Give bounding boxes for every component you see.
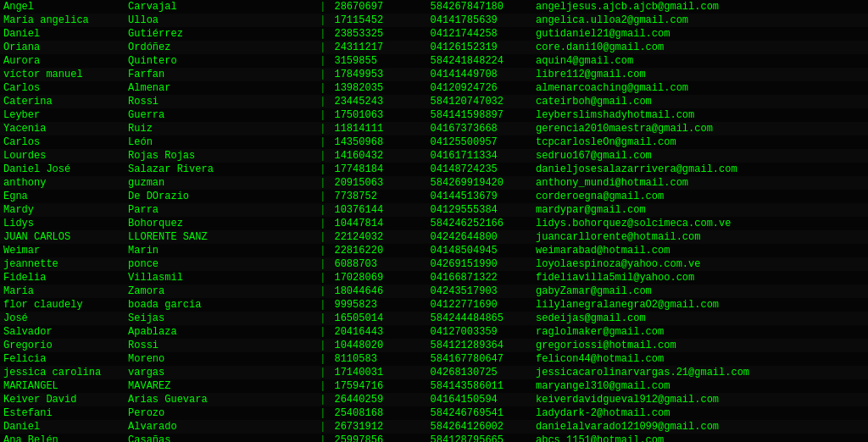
table-cell: 04166871322 [427, 271, 532, 285]
table-cell: 26440259 [331, 393, 426, 406]
table-cell: Leyber [0, 108, 125, 122]
table-cell: 17140031 [331, 366, 426, 379]
table-row: GregorioRossi|10448020584121289364gregor… [0, 339, 868, 352]
table-row: AuroraQuintero|3159855584241848224aquin4… [0, 54, 868, 68]
table-cell: | [316, 339, 331, 352]
table-cell: core.dani10@gmail.com [532, 41, 868, 54]
table-cell: Marin [125, 244, 316, 257]
table-cell: 04167373668 [427, 122, 532, 135]
table-cell: 17748184 [331, 163, 426, 176]
table-cell: 04269151990 [427, 257, 532, 271]
table-cell: danielalvarado121099@gmail.com [532, 420, 868, 434]
table-cell: María [0, 285, 125, 298]
table-cell: sedruo167@gmail.com [532, 149, 868, 163]
table-cell: 04144513679 [427, 190, 532, 203]
table-cell: gabyZamar@gmail.com [532, 285, 868, 298]
table-cell: 04127003359 [427, 325, 532, 339]
table-cell: 04141785639 [427, 14, 532, 27]
table-cell: | [316, 54, 331, 68]
table-cell: MARIANGEL [0, 379, 125, 393]
table-cell: 04129555384 [427, 203, 532, 217]
table-cell: León [125, 135, 316, 149]
table-cell: guzman [125, 176, 316, 190]
table-cell: Felicia [0, 352, 125, 366]
table-cell: Ordóñez [125, 41, 316, 54]
table-cell: 22124032 [331, 230, 426, 244]
table-cell: Carlos [0, 135, 125, 149]
table-cell: | [316, 0, 331, 14]
table-cell: Casañas [125, 434, 316, 442]
table-cell: 18044646 [331, 285, 426, 298]
table-cell: Salvador [0, 325, 125, 339]
table-row: CarlosAlmenar|1398203504120924726almenar… [0, 81, 868, 95]
table-cell: Ana Belén [0, 434, 125, 442]
table-cell: 14350968 [331, 135, 426, 149]
table-row: LourdesRojas Rojas|1416043204161711334se… [0, 149, 868, 163]
table-cell: | [316, 217, 331, 230]
table-cell: 17115452 [331, 14, 426, 27]
table-cell: 22816220 [331, 244, 426, 257]
table-cell: 584241848224 [427, 54, 532, 68]
table-cell: 3159855 [331, 54, 426, 68]
table-row: WeimarMarin|2281622004148504945weimaraba… [0, 244, 868, 257]
table-cell: | [316, 27, 331, 41]
table-cell: fideliavilla5mil@yahoo.com [532, 271, 868, 285]
table-cell: 17594716 [331, 379, 426, 393]
table-cell: 25997856 [331, 434, 426, 442]
table-cell: 04120924726 [427, 81, 532, 95]
table-cell: sedeijas@gmail.com [532, 312, 868, 325]
table-cell: 25408168 [331, 406, 426, 420]
table-cell: juancarllorente@hotmail.com [532, 230, 868, 244]
table-row: flor claudelyboada garcia|99958230412277… [0, 298, 868, 312]
table-cell: gutidaniel21@gmail.com [532, 27, 868, 41]
table-cell: Farfan [125, 68, 316, 81]
table-row: FeliciaMoreno|8110583584167780647felicon… [0, 352, 868, 366]
table-cell: aquin4@gmail.com [532, 54, 868, 68]
table-cell: Rossi [125, 95, 316, 108]
table-cell: | [316, 406, 331, 420]
table-cell: ponce [125, 257, 316, 271]
table-cell: | [316, 298, 331, 312]
table-cell: 584264126002 [427, 420, 532, 434]
table-cell: 584267847180 [427, 0, 532, 14]
table-cell: víctor manuel [0, 68, 125, 81]
table-row: Daniel JoséSalazar Rivera|17748184041487… [0, 163, 868, 176]
table-cell: Keiver David [0, 393, 125, 406]
table-cell: Egna [0, 190, 125, 203]
table-cell: Lourdes [0, 149, 125, 163]
table-cell: 16505014 [331, 312, 426, 325]
table-cell: Bohorquez [125, 217, 316, 230]
table-cell: 04164150594 [427, 393, 532, 406]
table-cell: Caterina [0, 95, 125, 108]
table-cell: Zamora [125, 285, 316, 298]
table-cell: cateirboh@gmail.com [532, 95, 868, 108]
table-cell: gregoriossi@hotmail.com [532, 339, 868, 352]
table-cell: | [316, 190, 331, 203]
table-cell: 17028069 [331, 271, 426, 285]
table-cell: 04125500957 [427, 135, 532, 149]
table-cell: maryangel310@gmail.com [532, 379, 868, 393]
table-cell: | [316, 366, 331, 379]
table-cell: Alvarado [125, 420, 316, 434]
table-cell: Weimar [0, 244, 125, 257]
table-cell: felicon44@hotmail.com [532, 352, 868, 366]
table-cell: 584167780647 [427, 352, 532, 366]
table-cell: | [316, 203, 331, 217]
table-cell: Gutiérrez [125, 27, 316, 41]
table-cell: | [316, 14, 331, 27]
table-cell: | [316, 108, 331, 122]
table-cell: 11814111 [331, 122, 426, 135]
table-cell: 9995823 [331, 298, 426, 312]
table-row: LeyberGuerra|17501063584141598897leybers… [0, 108, 868, 122]
table-cell: 04122771690 [427, 298, 532, 312]
table-cell: Gregorio [0, 339, 125, 352]
table-cell: 20915063 [331, 176, 426, 190]
table-row: anthonyguzman|20915063584269919420anthon… [0, 176, 868, 190]
table-row: JoséSeijas|16505014584244484865sedeijas@… [0, 312, 868, 325]
table-cell: 04121744258 [427, 27, 532, 41]
table-cell: keiverdavidgueval912@gmail.com [532, 393, 868, 406]
table-cell: anthony [0, 176, 125, 190]
table-cell: leyberslimshadyhotmail.com [532, 108, 868, 122]
table-cell: 8110583 [331, 352, 426, 366]
table-cell: | [316, 285, 331, 298]
